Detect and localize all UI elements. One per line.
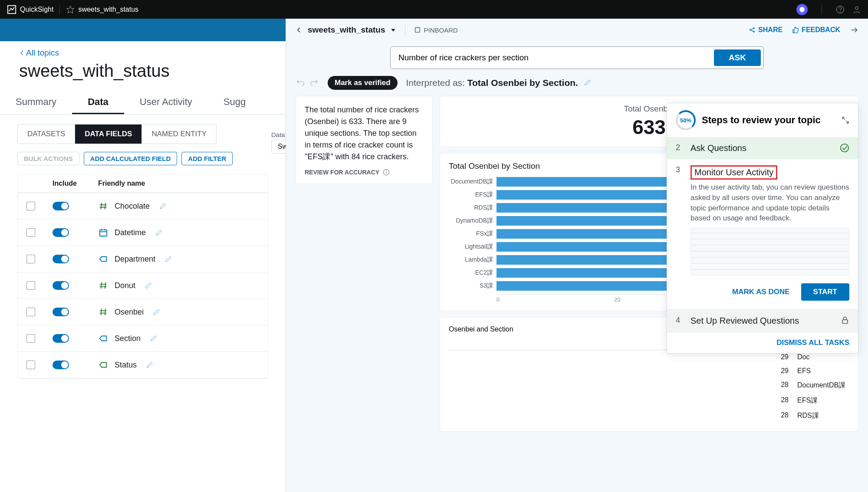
- include-toggle[interactable]: [53, 255, 69, 263]
- svg-marker-22: [391, 29, 395, 32]
- interpretation: Interpreted as: Total Osenbei by Section…: [406, 78, 591, 88]
- share-link[interactable]: SHARE: [749, 26, 783, 34]
- undo-icon[interactable]: [296, 78, 305, 88]
- document-title-area[interactable]: sweets_with_status: [66, 5, 138, 14]
- step-3-actions: MARK AS DONE START: [667, 282, 858, 309]
- segment-buttons: DATASETS DATA FIELDS NAMED ENTITY: [17, 124, 217, 144]
- include-toggle[interactable]: [53, 281, 69, 290]
- star-icon[interactable]: [66, 5, 75, 14]
- table-row: 28EFS課: [449, 393, 849, 408]
- mark-verified-button[interactable]: Mark as verified: [328, 76, 398, 90]
- svg-line-6: [101, 203, 102, 210]
- edit-icon[interactable]: [150, 335, 157, 342]
- mark-as-done-button[interactable]: MARK AS DONE: [727, 283, 795, 301]
- rp-back[interactable]: sweets_with_status: [296, 25, 396, 35]
- dimension-icon: [98, 333, 108, 344]
- checkbox[interactable]: [26, 308, 35, 316]
- step-3-thumbnail: [690, 228, 849, 276]
- edit-icon[interactable]: [584, 79, 591, 86]
- redo-icon[interactable]: [309, 78, 319, 88]
- feedback-link[interactable]: FEEDBACK: [792, 26, 840, 34]
- add-calculated-field-button[interactable]: ADD CALCULATED FIELD: [84, 152, 178, 165]
- user-icon[interactable]: [852, 5, 861, 14]
- ask-box: ASK: [390, 46, 764, 69]
- header-include: Include: [53, 180, 98, 187]
- svg-line-18: [101, 309, 102, 315]
- bar-label: S3課: [449, 282, 496, 290]
- table-row: Status: [18, 352, 268, 378]
- app-name: QuickSight: [20, 6, 53, 13]
- question-input[interactable]: [391, 47, 711, 69]
- include-toggle[interactable]: [53, 308, 69, 316]
- table-row: 29EFS: [449, 364, 849, 378]
- svg-line-31: [842, 117, 845, 119]
- steps-title: Steps to review your topic: [702, 115, 821, 126]
- ask-button[interactable]: ASK: [714, 49, 761, 66]
- seg-datasets[interactable]: DATASETS: [18, 125, 75, 144]
- action-row: BULK ACTIONS ADD CALCULATED FIELD ADD FI…: [17, 152, 268, 165]
- chevron-left-icon: [296, 26, 302, 33]
- edit-icon[interactable]: [155, 229, 162, 236]
- edit-icon[interactable]: [146, 361, 153, 368]
- table-row: Donut: [18, 272, 268, 299]
- bar-label: Lambda課: [449, 256, 496, 264]
- back-link[interactable]: All topics: [0, 41, 286, 59]
- rp-header-right: SHARE FEEDBACK: [749, 26, 858, 34]
- edit-icon[interactable]: [145, 282, 152, 289]
- include-toggle[interactable]: [53, 334, 69, 343]
- checkbox[interactable]: [26, 281, 35, 290]
- checkbox[interactable]: [26, 334, 35, 343]
- back-link-label: All topics: [26, 48, 59, 58]
- include-toggle[interactable]: [53, 228, 69, 237]
- svg-point-4: [840, 11, 841, 12]
- checkbox[interactable]: [26, 202, 35, 210]
- svg-point-26: [753, 31, 755, 33]
- review-accuracy[interactable]: REVIEW FOR ACCURACY: [305, 169, 424, 176]
- table-header: Include Friendly name: [18, 174, 268, 193]
- step-4[interactable]: 4 Set Up Reviewed Questions: [667, 309, 858, 332]
- start-button[interactable]: START: [801, 283, 849, 301]
- svg-point-24: [750, 30, 751, 31]
- page-title: sweets_with_status: [0, 59, 286, 89]
- tab-summary[interactable]: Summary: [0, 92, 72, 114]
- checkbox[interactable]: [26, 255, 35, 263]
- svg-point-33: [841, 144, 848, 152]
- divider: [405, 24, 405, 36]
- svg-marker-1: [67, 6, 74, 13]
- help-icon[interactable]: [836, 5, 845, 14]
- add-filter-button[interactable]: ADD FILTER: [181, 152, 233, 165]
- dismiss-all-tasks[interactable]: DISMISS ALL TASKS: [667, 332, 858, 353]
- tab-user-activity[interactable]: User Activity: [124, 92, 208, 114]
- content-area: DATASETS DATA FIELDS NAMED ENTITY BULK A…: [0, 115, 286, 388]
- svg-rect-23: [415, 28, 420, 33]
- checkbox[interactable]: [26, 361, 35, 369]
- check-circle-icon: [840, 143, 849, 153]
- pinboard-link[interactable]: PINBOARD: [414, 26, 457, 34]
- tab-suggestions[interactable]: Sugg: [208, 92, 261, 114]
- expand-icon[interactable]: [842, 116, 849, 124]
- seg-data-fields[interactable]: DATA FIELDS: [75, 125, 142, 144]
- step-4-title: Set Up Reviewed Questions: [690, 316, 832, 326]
- hexagon-icon[interactable]: [796, 4, 808, 15]
- right-pane: sweets_with_status PINBOARD SHARE FEEDBA…: [286, 19, 868, 492]
- rp-header: sweets_with_status PINBOARD SHARE FEEDBA…: [286, 19, 868, 41]
- edit-icon[interactable]: [165, 256, 172, 262]
- include-toggle[interactable]: [53, 202, 69, 210]
- explain-card: The total number of rice crackers (Osenb…: [296, 96, 433, 184]
- seg-named-entity[interactable]: NAMED ENTITY: [142, 125, 216, 144]
- svg-line-14: [101, 282, 102, 289]
- field-name: Chocolate: [115, 202, 150, 211]
- arrow-right-icon[interactable]: [850, 26, 858, 34]
- svg-rect-10: [100, 230, 107, 236]
- table-row: 28RDS課: [449, 408, 849, 423]
- field-name: Department: [115, 255, 155, 264]
- include-toggle[interactable]: [53, 361, 69, 369]
- edit-icon[interactable]: [159, 203, 166, 210]
- info-icon: [383, 169, 390, 176]
- edit-icon[interactable]: [153, 308, 160, 315]
- topbar-right: [796, 4, 861, 15]
- checkbox[interactable]: [26, 228, 35, 237]
- tab-data[interactable]: Data: [72, 92, 124, 114]
- step-2[interactable]: 2 Ask Questions: [667, 137, 858, 159]
- caret-down-icon: [390, 27, 396, 33]
